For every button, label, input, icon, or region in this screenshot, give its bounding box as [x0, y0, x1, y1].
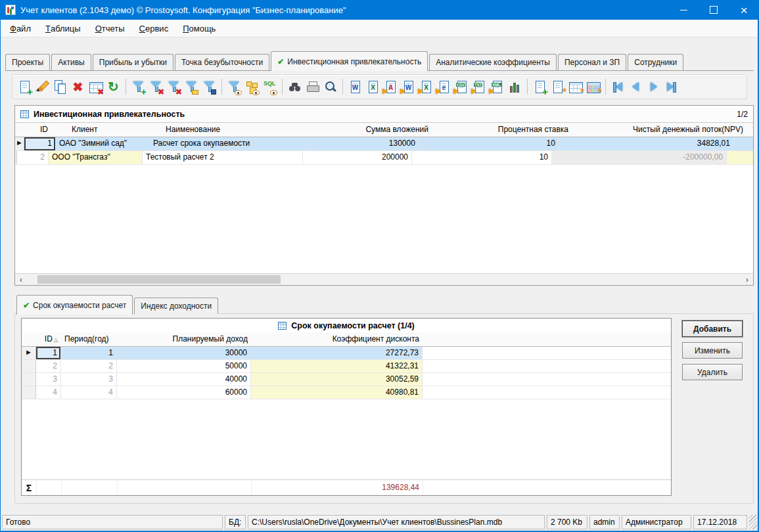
cell-npv[interactable]: 34828,01 [559, 137, 734, 150]
tab-projects[interactable]: Проекты [5, 54, 50, 70]
cell-npv[interactable]: -200000,00 [552, 151, 727, 164]
cell-rate[interactable]: 10 [419, 137, 559, 150]
menu-item-help[interactable]: Помощь [175, 20, 223, 37]
menu-item-tables[interactable]: Таблицы [38, 20, 88, 37]
sql-filter-show-button[interactable] [261, 78, 279, 96]
open-in-word-button[interactable]: W [346, 78, 364, 96]
print-button[interactable] [304, 78, 321, 96]
export-excel-button[interactable]: X [417, 78, 435, 96]
filter-add-button[interactable]: + [129, 78, 147, 96]
edit-record-button[interactable] [34, 78, 51, 96]
form-settings-button[interactable]: * [584, 78, 602, 96]
cell-sum[interactable]: 130000 [310, 137, 419, 150]
column-header-id[interactable]: ID△ [36, 332, 61, 346]
tab-assets[interactable]: Активы [51, 54, 91, 70]
row-selector[interactable] [22, 373, 36, 386]
column-header-period[interactable]: Период(год) [61, 332, 117, 346]
cell-income[interactable]: 40000 [117, 373, 251, 386]
cell-id[interactable]: 4 [36, 386, 61, 399]
nav-prev-button[interactable] [627, 78, 645, 96]
row-selector[interactable]: ► [15, 137, 24, 150]
cell-period[interactable]: 4 [61, 386, 117, 399]
column-header-name[interactable]: Наименование [162, 123, 323, 137]
cell-coeff[interactable]: 27272,73 [251, 347, 423, 359]
menu-item-file[interactable]: Файл [3, 20, 38, 37]
cell-income[interactable]: 50000 [117, 360, 251, 372]
add-record-button[interactable]: + [16, 78, 34, 96]
filter-save-button[interactable] [200, 78, 218, 96]
cell-id[interactable]: 1 [24, 137, 56, 150]
delete-table-records-button[interactable]: ✖ [87, 78, 104, 96]
cell-name[interactable]: Расчет срока окупаемости [150, 137, 310, 150]
cell-income[interactable]: 30000 [117, 347, 251, 359]
delete-button[interactable]: Удалить [682, 364, 743, 380]
column-header-coeff[interactable]: Коэффициент дисконта [251, 332, 423, 346]
tab-breakeven[interactable]: Точка безубыточности [175, 54, 269, 70]
print-preview-button[interactable] [321, 78, 339, 96]
detail-table-row[interactable]: 334000030052,59 [22, 373, 671, 386]
cell-coeff[interactable]: 41322,31 [251, 360, 423, 372]
column-header-income[interactable]: Планируемый доход [117, 332, 251, 346]
filter-show-button[interactable] [225, 78, 243, 96]
tab-investment-attractiveness[interactable]: ✔Инвестиционная привлекательность [271, 51, 428, 71]
open-in-excel-button[interactable]: X [364, 78, 382, 96]
cell-id[interactable]: 2 [17, 151, 49, 164]
cell-id[interactable]: 2 [36, 360, 61, 372]
export-word-button[interactable]: W [400, 78, 417, 96]
copy-record-button[interactable] [51, 78, 69, 96]
export-html-button[interactable]: e [435, 78, 453, 96]
maximize-button-icon[interactable] [699, 0, 729, 20]
horizontal-scrollbar[interactable]: ‹ › [15, 273, 753, 285]
detail-tab-payback-period[interactable]: ✔Срок окупаемости расчет [16, 295, 133, 315]
scroll-left-icon[interactable]: ‹ [15, 275, 27, 284]
scrollbar-thumb[interactable] [37, 275, 281, 284]
cell-client[interactable]: ООО "Трансгаз" [49, 151, 143, 164]
column-header-client[interactable]: Клиент [68, 123, 162, 137]
grid-settings-button[interactable]: * [566, 78, 584, 96]
refresh-button[interactable]: ↻ [104, 78, 122, 96]
delete-record-button[interactable]: ✖ [69, 78, 87, 96]
cell-rate[interactable]: 10 [412, 151, 552, 164]
detail-tab-profitability-index[interactable]: Индекс доходности [134, 298, 218, 314]
cell-coeff[interactable]: 30052,59 [251, 373, 423, 386]
scroll-right-icon[interactable]: › [741, 275, 753, 284]
report-settings-button[interactable]: * [549, 78, 566, 96]
menu-item-service[interactable]: Сервис [132, 20, 176, 37]
row-selector[interactable] [22, 360, 36, 372]
nav-last-button[interactable] [662, 78, 680, 96]
row-selector[interactable] [22, 386, 36, 399]
detail-table-row[interactable]: ►113000027272,73 [22, 347, 671, 360]
add-button[interactable]: Добавить [682, 321, 743, 337]
filter-delete-button[interactable]: ✖ [147, 78, 165, 96]
nav-first-button[interactable] [609, 78, 627, 96]
tab-profit-loss[interactable]: Прибыль и убытки [93, 54, 173, 70]
tab-employees[interactable]: Сотрудники [628, 54, 683, 70]
menu-item-reports[interactable]: Отчеты [88, 20, 132, 37]
export-txt-button[interactable]: TXT [471, 78, 488, 96]
cell-period[interactable]: 1 [61, 347, 117, 359]
minimize-button-icon[interactable] [668, 0, 699, 20]
tab-personnel-salary[interactable]: Персонал и ЗП [558, 54, 626, 70]
cell-id[interactable]: 3 [36, 373, 61, 386]
cell-income[interactable]: 60000 [117, 386, 251, 399]
close-button-icon[interactable]: × [729, 0, 759, 20]
cell-coeff[interactable]: 40980,81 [251, 386, 423, 399]
row-selector[interactable]: ► [22, 347, 36, 359]
export-xml-button[interactable]: XML [488, 78, 506, 96]
cell-period[interactable]: 3 [61, 373, 117, 386]
cell-sum[interactable]: 200000 [303, 151, 412, 164]
tree-filter-show-button[interactable] [243, 78, 261, 96]
export-csv-button[interactable]: CSV [453, 78, 471, 96]
filter-open-button[interactable] [183, 78, 200, 96]
detail-table-row[interactable]: 225000041322,31 [22, 360, 671, 373]
table-row[interactable]: 2ООО "Трансгаз"Тестовый расчет 220000010… [15, 151, 753, 165]
nav-next-button[interactable] [645, 78, 662, 96]
filter-delete-all-button[interactable]: ✖ [165, 78, 183, 96]
column-header-sum[interactable]: Сумма вложений [323, 123, 432, 137]
cell-client[interactable]: ОАО "Зимний сад" [56, 137, 150, 150]
column-header-id[interactable]: ID [37, 123, 68, 137]
tab-analytical-coefficients[interactable]: Аналитические коэффициенты [429, 54, 557, 70]
detail-table-row[interactable]: 446000040980,81 [22, 386, 671, 399]
show-chart-button[interactable] [506, 78, 524, 96]
table-row[interactable]: ►1ОАО "Зимний сад"Расчет срока окупаемос… [15, 137, 753, 151]
